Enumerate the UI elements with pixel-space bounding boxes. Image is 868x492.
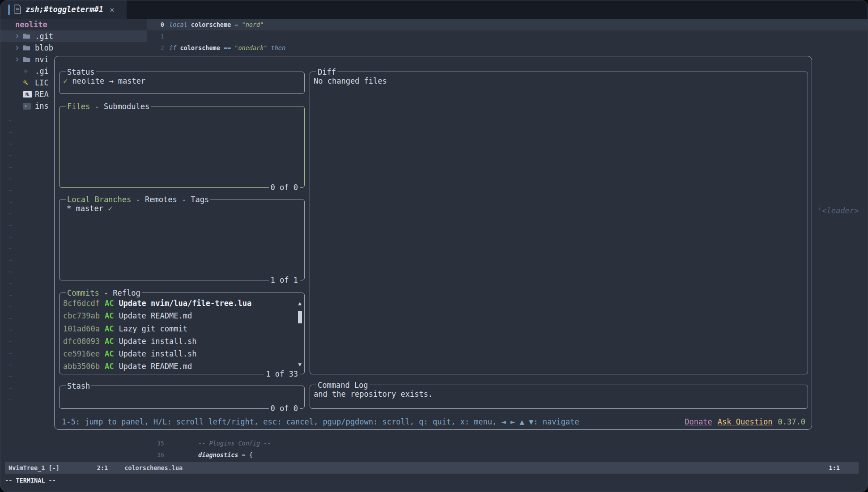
folder-icon — [23, 56, 35, 63]
line-number: 35 — [147, 437, 164, 449]
tree-item-label: blob — [35, 43, 53, 52]
tree-item-blob[interactable]: blob — [0, 42, 147, 54]
line-number: 36 — [147, 449, 164, 461]
file-icon — [14, 4, 21, 16]
commits-panel[interactable]: Commits - Reflog 8cf6dcdfACUpdate nvim/l… — [59, 293, 305, 374]
code-text: -- Plugins Config -- — [169, 437, 271, 449]
code-text: if colorscheme == "onedark" then — [169, 42, 285, 54]
cursor-position-right: 1:1 — [829, 464, 840, 471]
repo-branch: neolite → master — [72, 76, 146, 85]
editor-buffer-bottom: 35 -- Plugins Config -- 36 diagnostics =… — [147, 437, 868, 461]
line-number: 0 — [147, 19, 164, 30]
files-panel[interactable]: Files - Submodules 0 of 0 — [59, 106, 305, 188]
editor-line: 36 diagnostics = { — [147, 449, 868, 461]
code-text: local colorscheme = "nord" — [169, 19, 264, 30]
cursor-position-left: 2:1 — [97, 464, 108, 471]
markdown-icon: M↓ — [23, 91, 35, 98]
mode-indicator: -- TERMINAL -- — [5, 475, 56, 486]
commit-row[interactable]: 8cf6dcdfACUpdate nvim/lua/file-tree.lua — [60, 297, 304, 310]
chevron-right-icon — [14, 34, 23, 39]
files-count: 0 of 0 — [269, 182, 300, 193]
command-log-title: Command Log — [316, 379, 370, 391]
branch-name: master — [76, 204, 103, 213]
keybar-hints: 1-5: jump to panel, H/L: scroll left/rig… — [62, 417, 579, 426]
branches-count: 1 of 1 — [269, 274, 300, 286]
active-tab[interactable]: zsh;#toggleterm#1 × — [0, 0, 127, 19]
status-content: ✓ neolite → master — [60, 72, 304, 90]
keybinding-bar: 1-5: jump to panel, H/L: scroll left/rig… — [62, 415, 805, 428]
key-icon — [23, 80, 35, 86]
tree-item-label: .gi — [35, 67, 49, 76]
terminal-window: zsh;#toggleterm#1 × neolite .git blob nv… — [0, 0, 868, 492]
scroll-up-icon[interactable]: ▲ — [297, 300, 303, 306]
folder-icon — [23, 33, 35, 39]
tree-item-label: REA — [35, 90, 49, 99]
ask-question-link[interactable]: Ask Question — [718, 417, 773, 426]
file-name: colorschemes.lua — [124, 464, 183, 471]
commit-row[interactable]: ce5916eeACUpdate install.sh — [60, 348, 304, 360]
branches-panel[interactable]: Local Branches - Remotes - Tags * master… — [59, 199, 305, 280]
statusline: NvimTree_1 [-] 2:1 colorschemes.lua 1:1 — [5, 462, 859, 474]
command-log-panel[interactable]: Command Log and the repository exists. — [310, 385, 808, 409]
commits-scrollbar[interactable]: ▲ ▼ — [297, 293, 303, 374]
tree-root[interactable]: neolite — [0, 19, 147, 30]
tab-accent-bar — [8, 4, 10, 15]
tree-item-label: ins — [35, 102, 49, 110]
editor-line: 2 if colorscheme == "onedark" then — [147, 42, 868, 54]
diff-content: No changed files — [310, 72, 808, 90]
commit-row[interactable]: cbc739abACUpdate README.md — [60, 310, 304, 322]
command-log-content: and the repository exists. — [310, 385, 808, 403]
editor-buffer-top: 0 local colorscheme = "nord" 1 2 if colo… — [147, 19, 868, 54]
lazygit-float-window: Status ✓ neolite → master Files - Submod… — [54, 56, 812, 430]
chevron-right-icon — [14, 45, 23, 51]
branches-panel-title: Local Branches - Remotes - Tags — [66, 194, 210, 205]
check-icon: ✓ — [108, 204, 112, 213]
sidebar-tildes: ~~~~~~~~~~~~~~~~~~~~~~~~~ — [9, 115, 13, 406]
diff-panel[interactable]: Diff No changed files — [310, 72, 808, 374]
line-number: 2 — [147, 42, 164, 54]
tree-item-git[interactable]: .git — [0, 30, 147, 42]
line-number: 1 — [147, 30, 164, 42]
editor-text-fragment: '<leader> — [817, 205, 859, 216]
stash-panel[interactable]: Stash 0 of 0 — [59, 386, 305, 409]
tab-title: zsh;#toggleterm#1 — [26, 0, 103, 19]
check-icon: ✓ — [63, 76, 68, 85]
tree-item-label: LIC — [35, 78, 49, 87]
version-label: 0.37.0 — [778, 417, 805, 426]
commits-panel-title: Commits - Reflog — [66, 287, 142, 299]
tree-item-label: .git — [35, 32, 53, 41]
git-icon — [23, 68, 35, 74]
donate-link[interactable]: Donate — [685, 417, 712, 426]
stash-panel-title: Stash — [66, 380, 91, 392]
stash-count: 0 of 0 — [269, 403, 300, 414]
commits-count: 1 of 33 — [264, 368, 300, 380]
editor-line: 1 — [147, 30, 868, 42]
scrollbar-thumb[interactable] — [298, 311, 302, 323]
terminal-icon: >_ — [23, 103, 35, 110]
commit-row[interactable]: dfc08093ACUpdate install.sh — [60, 335, 304, 348]
scroll-down-icon[interactable]: ▼ — [297, 361, 303, 368]
editor-line: 35 -- Plugins Config -- — [147, 437, 868, 449]
code-text: diagnostics = { — [169, 449, 253, 461]
commit-row[interactable]: 101ad60aACLazy git commit — [60, 322, 304, 335]
tab-close-icon[interactable]: × — [110, 0, 115, 19]
tabline: zsh;#toggleterm#1 × — [0, 0, 868, 19]
branch-star: * — [67, 204, 71, 213]
status-panel-title: Status — [66, 66, 96, 78]
chevron-right-icon — [14, 57, 23, 62]
files-panel-title: Files - Submodules — [66, 101, 151, 112]
tree-item-label: nvi — [35, 55, 49, 64]
folder-icon — [23, 45, 35, 51]
diff-panel-title: Diff — [316, 66, 337, 78]
status-panel[interactable]: Status ✓ neolite → master — [59, 72, 305, 94]
buffer-name: NvimTree_1 [-] — [9, 464, 60, 471]
editor-line: 0 local colorscheme = "nord" — [147, 19, 868, 30]
